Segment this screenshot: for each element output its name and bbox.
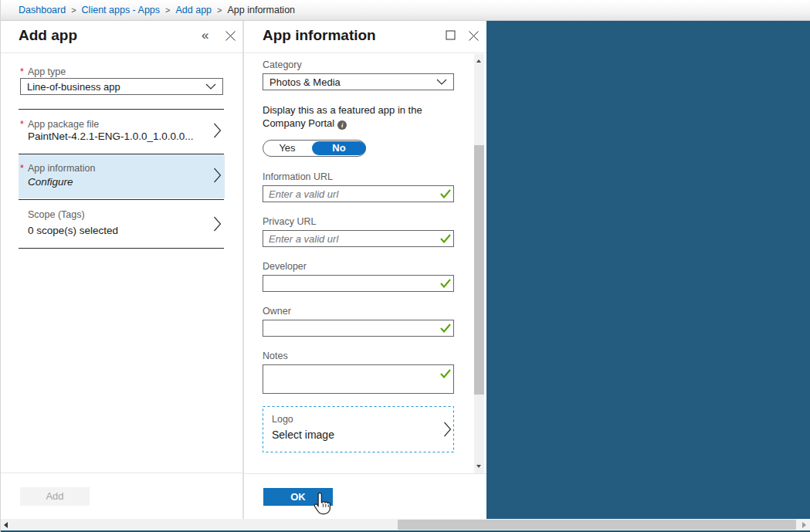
notes-label: Notes <box>263 351 288 361</box>
app-package-file-row[interactable]: *App package file PaintNet-4.2.1-ENG-1.0… <box>0 109 242 154</box>
divider <box>19 248 224 249</box>
featured-app-label-line2: Company Portali <box>263 117 347 130</box>
owner-input[interactable] <box>263 320 454 337</box>
app-type-label: *App type <box>20 64 66 78</box>
scope-tags-value: 0 scope(s) selected <box>28 225 118 236</box>
featured-toggle[interactable]: Yes No <box>263 140 366 157</box>
scroll-up-arrow[interactable] <box>476 59 481 63</box>
breadcrumb-separator: > <box>71 5 76 15</box>
add-app-panel-header: Add app « <box>0 21 242 53</box>
privacy-url-label: Privacy URL <box>263 216 316 227</box>
cursor-pointer <box>313 492 332 517</box>
app-information-panel: App information Category Photos & Media … <box>244 21 486 519</box>
footer-divider <box>0 473 242 473</box>
breadcrumb-separator: > <box>217 5 222 15</box>
privacy-url-input[interactable] <box>263 230 454 247</box>
chevron-down-icon <box>205 83 216 90</box>
info-icon[interactable]: i <box>337 120 347 130</box>
developer-label: Developer <box>263 261 307 272</box>
required-asterisk: * <box>20 119 24 130</box>
required-asterisk: * <box>20 163 24 174</box>
app-information-title: App information <box>263 27 376 44</box>
close-icon[interactable] <box>468 30 480 42</box>
valid-check-icon <box>440 369 451 378</box>
scope-tags-row[interactable]: Scope (Tags) 0 scope(s) selected <box>0 200 242 248</box>
category-select[interactable]: Photos & Media <box>263 73 454 90</box>
breadcrumb: Dashboard > Client apps - Apps > Add app… <box>0 0 810 21</box>
breadcrumb-client-apps[interactable]: Client apps - Apps <box>82 5 160 15</box>
breadcrumb-current: App information <box>228 5 296 15</box>
valid-check-icon <box>440 234 451 243</box>
horizontal-scrollbar[interactable] <box>0 519 810 530</box>
add-app-title: Add app <box>19 27 77 44</box>
logo-label: Logo <box>272 414 293 425</box>
app-information-row[interactable]: *App information Configure <box>19 154 225 198</box>
developer-input[interactable] <box>263 275 454 292</box>
information-url-input[interactable] <box>263 185 454 202</box>
scroll-right-arrow[interactable] <box>802 522 806 528</box>
scrollbar-thumb[interactable] <box>398 520 796 530</box>
chevron-right-icon <box>443 421 452 438</box>
footer-divider <box>244 473 486 474</box>
required-asterisk: * <box>20 66 24 77</box>
valid-check-icon <box>440 324 451 333</box>
maximize-icon[interactable] <box>446 30 456 40</box>
category-label: Category <box>263 59 302 70</box>
scroll-left-arrow[interactable] <box>4 522 8 528</box>
valid-check-icon <box>440 189 451 198</box>
add-app-panel: Add app « *App type Line-of-business app… <box>0 21 242 519</box>
close-icon[interactable] <box>225 30 236 42</box>
add-button[interactable]: Add <box>20 487 90 506</box>
scroll-down-arrow[interactable] <box>476 465 481 468</box>
category-value: Photos & Media <box>269 76 341 88</box>
toggle-yes-option[interactable]: Yes <box>263 141 311 156</box>
logo-picker[interactable]: Logo Select image <box>263 406 454 452</box>
app-package-file-value: PaintNet-4.2.1-ENG-1.0.0_1.0.0.0... <box>28 130 194 142</box>
breadcrumb-add-app[interactable]: Add app <box>175 5 212 15</box>
scrollbar-thumb[interactable] <box>474 145 484 395</box>
chevron-down-icon <box>436 79 447 85</box>
window-left-edge <box>0 0 1 532</box>
chevron-right-icon <box>213 122 222 139</box>
collapse-icon[interactable]: « <box>202 28 208 43</box>
logo-select-image: Select image <box>272 429 334 441</box>
app-type-value: Line-of-business app <box>27 81 120 93</box>
app-information-panel-header: App information <box>244 21 486 53</box>
information-url-label: Information URL <box>263 171 333 182</box>
toggle-no-option[interactable]: No <box>312 141 366 155</box>
chevron-right-icon <box>213 215 222 232</box>
owner-label: Owner <box>263 306 291 317</box>
breadcrumb-dashboard[interactable]: Dashboard <box>19 5 66 15</box>
app-information-content: Category Photos & Media Display this as … <box>244 54 474 473</box>
app-type-select[interactable]: Line-of-business app <box>20 78 223 95</box>
app-information-value: Configure <box>28 176 73 188</box>
breadcrumb-separator: > <box>165 5 170 15</box>
valid-check-icon <box>440 279 451 288</box>
dashboard-backdrop <box>486 21 810 519</box>
vertical-scrollbar[interactable] <box>474 54 484 473</box>
chevron-right-icon <box>213 167 222 184</box>
notes-input[interactable] <box>263 364 454 394</box>
featured-app-label-line1: Display this as a featured app in the <box>263 103 422 117</box>
